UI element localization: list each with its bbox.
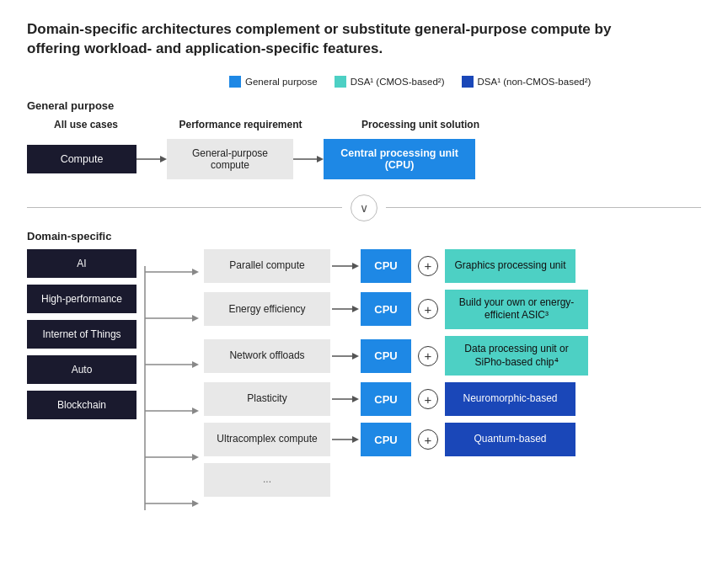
divider-row: ∨ <box>27 194 701 221</box>
gp-solution-box: Central processing unit (CPU) <box>324 139 475 179</box>
bracket-connector <box>136 249 204 527</box>
svg-marker-3 <box>317 156 324 162</box>
cpu-box-3: CPU <box>361 339 411 373</box>
general-purpose-section: General purpose All use cases Performanc… <box>27 99 701 179</box>
legend-item-non-cmos: DSA¹ (non-CMOS-based²) <box>462 76 592 88</box>
ds-row-1: Parallel compute CPU + Graphics processi… <box>204 249 701 283</box>
ds-rows: Parallel compute CPU + Graphics processi… <box>204 249 701 497</box>
perf-network: Network offloads <box>204 339 330 373</box>
gp-row: Compute General-purpose compute Central … <box>27 139 701 179</box>
divider-line-left <box>27 207 342 208</box>
gp-perf-box: General-purpose compute <box>167 139 293 179</box>
use-case-auto: Auto <box>27 355 136 384</box>
svg-marker-26 <box>352 436 359 443</box>
use-case-ai: AI <box>27 249 136 278</box>
plus-3: + <box>418 346 438 366</box>
compute-box: Compute <box>27 145 136 173</box>
perf-parallel: Parallel compute <box>204 249 330 283</box>
svg-marker-20 <box>352 306 359 312</box>
arrow-row2 <box>330 302 361 316</box>
dsa-box-5: Quantum-based <box>445 423 575 456</box>
ds-row-6: ... <box>204 463 701 497</box>
perf-dots: ... <box>204 463 330 497</box>
cpu-box-1: CPU <box>361 249 411 283</box>
svg-marker-24 <box>352 396 359 402</box>
dsa-box-2: Build your own or energy-efficient ASIC³ <box>445 290 588 329</box>
use-case-blockchain: Blockchain <box>27 391 136 419</box>
legend-item-gp: General purpose <box>229 76 318 88</box>
arrow-1 <box>136 152 167 166</box>
cpu-box-2: CPU <box>361 292 411 326</box>
cpu-box-4: CPU <box>361 382 411 416</box>
svg-marker-22 <box>352 353 359 360</box>
plus-5: + <box>418 429 438 450</box>
plus-4: + <box>418 389 438 409</box>
dsa-box-4: Neuromorphic-based <box>445 382 575 416</box>
gp-label: General purpose <box>27 99 701 112</box>
col-header-use-cases: All use cases <box>27 119 145 131</box>
legend-swatch-non-cmos <box>462 76 474 88</box>
legend-swatch-gp <box>229 76 241 88</box>
ds-label: Domain-specific <box>27 230 701 242</box>
svg-marker-18 <box>352 263 359 269</box>
use-case-highperf: High-performance <box>27 285 136 313</box>
legend-item-cmos: DSA¹ (CMOS-based²) <box>335 76 445 88</box>
arrow-row1 <box>330 259 361 273</box>
arrow-row5 <box>330 433 361 446</box>
arrow-2 <box>293 152 324 166</box>
col-header-perf: Performance requirement <box>175 119 306 131</box>
ds-row-3: Network offloads CPU + Data processing u… <box>204 336 701 376</box>
dsa-box-1: Graphics processing unit <box>445 249 575 283</box>
legend-swatch-cmos <box>335 76 346 88</box>
perf-plasticity: Plasticity <box>204 382 330 416</box>
ds-row-4: Plasticity CPU + Neuromorphic-based <box>204 382 701 416</box>
ds-row-2: Energy efficiency CPU + Build your own o… <box>204 290 701 329</box>
perf-energy: Energy efficiency <box>204 292 330 326</box>
plus-2: + <box>418 299 438 319</box>
cpu-box-5: CPU <box>361 423 411 456</box>
divider-line-right <box>386 207 701 208</box>
arrow-row3 <box>330 349 361 363</box>
col-header-solution: Processing unit solution <box>336 119 505 131</box>
ds-row-5: Ultracomplex compute CPU + Quantum-based <box>204 423 701 456</box>
use-cases-column: AI High-performance Internet of Things A… <box>27 249 136 419</box>
perf-ultracomplex: Ultracomplex compute <box>204 423 330 456</box>
use-case-iot: Internet of Things <box>27 320 136 349</box>
main-title: Domain-specific architectures complement… <box>27 20 617 59</box>
svg-marker-1 <box>160 156 167 162</box>
dsa-box-3: Data processing unit or SiPho-based chip… <box>445 336 588 376</box>
arrow-row4 <box>330 392 361 406</box>
plus-1: + <box>418 256 438 276</box>
domain-specific-section: Domain-specific AI High-performance Inte… <box>27 230 701 527</box>
chevron-circle: ∨ <box>351 194 377 221</box>
